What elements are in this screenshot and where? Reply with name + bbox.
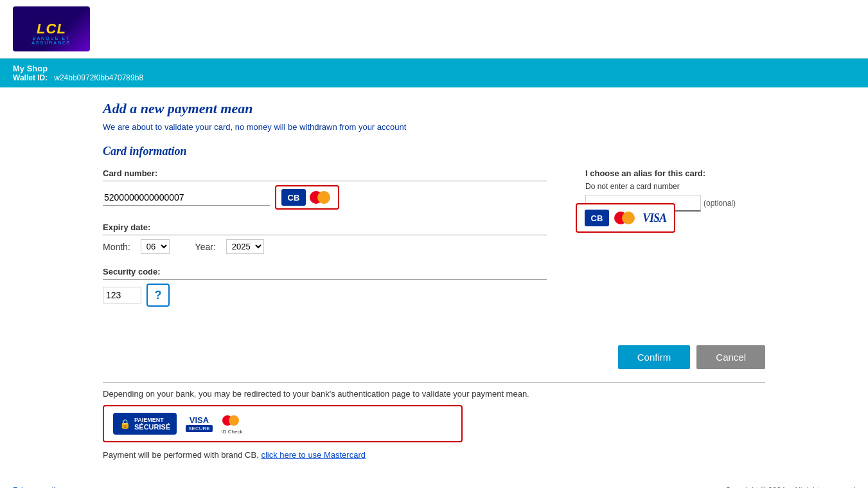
mastercard-logo-top xyxy=(614,210,637,226)
bank-notice: Depending on your bank, you may be redir… xyxy=(103,389,765,399)
wallet-label: Wallet ID: xyxy=(13,73,48,82)
expiry-row: Month: 01 02 03 04 05 06 07 08 09 10 xyxy=(103,239,547,254)
shop-name: My Shop xyxy=(13,64,855,73)
payment-brand-line: Payment will be performed with brand CB,… xyxy=(103,450,765,460)
confirm-button[interactable]: Confirm xyxy=(618,345,691,369)
mc-cr-s xyxy=(229,415,239,426)
wallet-id: w24bb0972f0bb470789b8 xyxy=(54,73,143,82)
visa-text: VISA xyxy=(190,415,209,425)
security-label: Security code: xyxy=(103,267,547,276)
payment-brand-text: Payment will be performed with brand CB, xyxy=(103,450,259,460)
card-brand-box: CB xyxy=(275,185,339,210)
cb-logo-inline: CB xyxy=(281,189,306,206)
top-header: LCL BANQUE ET ASSURANCE xyxy=(0,0,868,59)
expiry-group: Expiry date: Month: 01 02 03 04 05 06 07 xyxy=(103,222,547,254)
privacy-link[interactable]: Privacy policy xyxy=(13,485,64,488)
alias-title: I choose an alias for this card: xyxy=(585,168,765,178)
security-group: Security code: ? xyxy=(103,267,547,307)
expiry-label: Expiry date: xyxy=(103,222,547,232)
logo-subtitle: BANQUE ET ASSURANCE xyxy=(13,36,90,45)
section-divider xyxy=(103,382,765,383)
cb-logo-top: CB xyxy=(585,210,609,226)
content-area: CB VISA Add a new payment mean We are ab… xyxy=(103,100,765,460)
card-number-label: Card number: xyxy=(103,168,547,178)
paiement-label: PAIEMENT SÉCURISÉ xyxy=(134,417,170,431)
card-number-row: CB xyxy=(103,185,547,210)
mc-circle-right xyxy=(622,212,635,224)
mc-cr xyxy=(317,191,330,204)
logo: LCL BANQUE ET ASSURANCE xyxy=(13,6,90,51)
card-logos-top-right: CB VISA xyxy=(576,203,675,233)
card-number-input[interactable] xyxy=(103,190,270,206)
visa-secure-box: VISA SECURE xyxy=(186,415,212,432)
security-input[interactable] xyxy=(103,287,141,303)
help-button[interactable]: ? xyxy=(146,284,170,307)
logo-box: LCL BANQUE ET ASSURANCE xyxy=(13,6,90,51)
card-number-group: Card number: CB xyxy=(103,168,547,210)
card-info-title: Card information xyxy=(103,145,765,158)
mastercard-link[interactable]: click here to use Mastercard xyxy=(261,450,366,460)
form-area: Card number: CB xyxy=(103,168,765,320)
page-title: Add a new payment mean xyxy=(103,100,765,117)
blue-bar: My Shop Wallet ID: w24bb0972f0bb470789b8 xyxy=(0,59,868,87)
cancel-button[interactable]: Cancel xyxy=(696,345,765,369)
button-row: Confirm Cancel xyxy=(103,345,765,369)
year-label: Year: xyxy=(195,242,216,252)
month-label: Month: xyxy=(103,242,130,252)
security-logos-box: 🔒 PAIEMENT SÉCURISÉ VISA SECURE ID Check xyxy=(103,405,463,442)
wallet-line: Wallet ID: w24bb0972f0bb470789b8 xyxy=(13,73,855,82)
visa-secure-label: SECURE xyxy=(186,425,212,432)
lock-icon: 🔒 xyxy=(120,419,130,429)
visa-logo-top: VISA xyxy=(642,212,666,225)
alias-note: Do not enter a card number xyxy=(585,182,765,191)
paiement-securise-badge: 🔒 PAIEMENT SÉCURISÉ xyxy=(113,413,177,435)
footer: Privacy policy Copyright © 2024 – All ri… xyxy=(0,473,868,488)
mc-check-box: ID Check xyxy=(222,413,243,435)
month-select[interactable]: 01 02 03 04 05 06 07 08 09 10 11 12 xyxy=(141,239,170,254)
mc-logo-inline xyxy=(310,189,333,206)
main-content: CB VISA Add a new payment mean We are ab… xyxy=(0,87,868,473)
year-select[interactable]: 2024 2025 2026 2027 2028 2029 2030 xyxy=(226,239,264,254)
mc-logo-security xyxy=(222,413,242,428)
subtitle: We are about to validate your card, no m… xyxy=(103,122,765,132)
form-left: Card number: CB xyxy=(103,168,547,320)
mc-check-label: ID Check xyxy=(222,429,243,435)
logo-text: LCL xyxy=(37,21,66,37)
alias-optional: (optional) xyxy=(704,199,736,208)
security-row: ? xyxy=(103,284,547,307)
